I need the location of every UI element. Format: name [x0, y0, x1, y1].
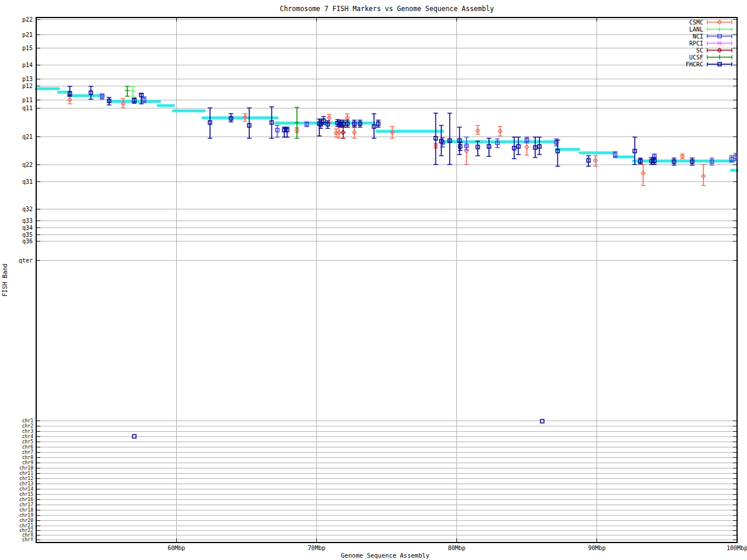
legend-entry-ucsf: UCSF	[689, 54, 732, 61]
chromosome-tick-label: chr1	[22, 418, 33, 424]
chromosome-tick-label: chr19	[19, 513, 33, 518]
fish-marker-chart: 60Mbp70Mbp80Mbp90Mbp100Mbpp22p21p15p14p1…	[0, 0, 747, 560]
legend-entry-csmc: CSMC	[689, 19, 732, 26]
band-tick-label: p13	[22, 76, 33, 82]
legend-label: NCI	[693, 33, 703, 40]
marker-square	[540, 419, 544, 423]
band-tick-label: p11	[22, 97, 33, 103]
chromosome-tick-label: chr16	[19, 497, 33, 502]
chromosome-tick-label: chr5	[22, 439, 33, 444]
band-tick-label: q21	[22, 134, 33, 140]
series-fhcrc	[68, 86, 694, 438]
chromosome-tick-label: chr2	[22, 424, 33, 429]
chromosome-tick-label: chr4	[22, 434, 33, 439]
chromosome-tick-label: chr20	[19, 518, 33, 523]
y-axis-label: FISH Band	[1, 264, 8, 297]
band-tick-label: p12	[22, 83, 33, 89]
x-axis-label: Genome Sequence Assembly	[341, 552, 430, 559]
legend-label: UCSF	[689, 54, 703, 61]
legend-label: SC	[696, 47, 703, 54]
x-tick-label: 60Mbp	[167, 545, 185, 551]
legend-entry-fhcrc: FHCRC	[686, 61, 732, 68]
chromosome-tick-label: chr15	[19, 492, 33, 497]
chromosome-tick-label: chr12	[19, 476, 33, 481]
band-tick-label: q31	[22, 178, 33, 185]
x-tick-label: 90Mbp	[588, 545, 606, 551]
chromosome-tick-label: chr7	[22, 450, 33, 455]
chromosome-tick-label: chr6	[22, 444, 33, 450]
series-ucsf	[125, 86, 299, 138]
chromosome-tick-label: chr8	[22, 455, 33, 460]
legend-layer: CSMCLANLNCIRPCISCUCSFFHCRC	[686, 19, 732, 68]
legend-entry-lanl: LANL	[689, 26, 732, 33]
chromosome-tick-label: chr10	[19, 466, 33, 471]
band-tick-label: q34	[22, 225, 33, 231]
chart-title: Chromosome 7 FISH Markers vs Genome Sequ…	[280, 5, 494, 13]
chromosome-tick-label: chr9	[22, 460, 33, 466]
band-tick-label: q36	[22, 238, 33, 244]
chromosome-tick-label: chr3	[22, 429, 33, 434]
legend-label: LANL	[689, 26, 703, 33]
chromosome-tick-label: chr17	[19, 502, 33, 508]
legend-label: FHCRC	[686, 61, 703, 68]
chart-canvas: 60Mbp70Mbp80Mbp90Mbp100Mbpp22p21p15p14p1…	[0, 0, 747, 560]
chromosome-tick-label: chr11	[19, 471, 33, 476]
legend-label: RPCI	[689, 40, 703, 47]
legend-label: CSMC	[689, 19, 703, 26]
band-tick-label: q32	[22, 206, 33, 212]
series-lanl	[131, 86, 135, 96]
x-tick-label: 100Mbp	[727, 545, 747, 551]
chromosome-tick-label: chr18	[19, 508, 33, 513]
band-tick-label: q35	[22, 232, 33, 238]
series-nci	[100, 94, 738, 165]
band-tick-label: q33	[22, 218, 33, 224]
x-tick-label: 80Mbp	[448, 545, 466, 551]
legend-entry-rpci: RPCI	[689, 40, 732, 47]
band-tick-label: p22	[22, 16, 33, 23]
series-layer	[68, 86, 738, 438]
x-tick-label: 70Mbp	[308, 545, 325, 551]
chromosome-tick-label: chr13	[19, 481, 33, 487]
chromosome-tick-label: chrY	[22, 537, 33, 542]
chromosome-tick-label: chr14	[19, 487, 33, 492]
legend-entry-nci: NCI	[693, 33, 732, 40]
band-tick-label: qter	[19, 257, 33, 264]
band-tick-label: p21	[22, 32, 33, 38]
band-tick-label: p15	[22, 45, 33, 51]
band-tick-label: p14	[22, 62, 33, 68]
band-tick-label: q11	[22, 105, 33, 111]
band-tick-label: q22	[22, 162, 33, 168]
